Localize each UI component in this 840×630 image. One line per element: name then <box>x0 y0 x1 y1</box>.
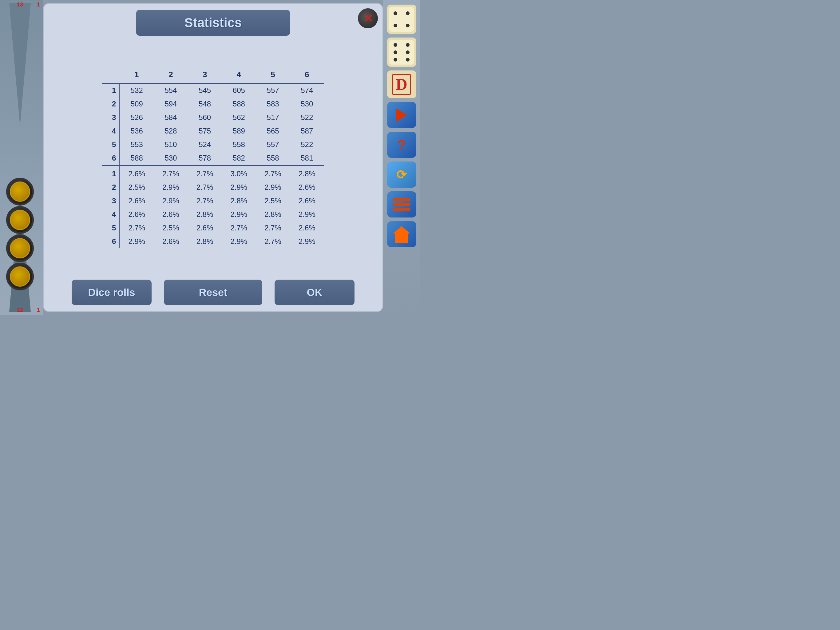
percent-row-1: 1 2.6% 2.7% 2.7% 3.0% 2.7% 2.8% <box>102 165 324 180</box>
cell-2-4: 588 <box>222 97 256 111</box>
dot <box>406 24 409 27</box>
pct-1-2: 2.7% <box>154 165 188 180</box>
pct-1-6: 2.8% <box>290 165 324 180</box>
cell-4-3: 575 <box>188 124 222 138</box>
pct-5-5: 2.7% <box>256 221 290 235</box>
col-header-1: 1 <box>119 67 154 83</box>
cell-3-6: 522 <box>290 111 324 124</box>
pct-2-3: 2.7% <box>188 180 222 194</box>
cell-2-3: 548 <box>188 97 222 111</box>
dot <box>406 11 409 15</box>
percent-row-4: 4 2.6% 2.6% 2.8% 2.9% 2.8% 2.9% <box>102 207 324 221</box>
pct-2-4: 2.9% <box>222 180 256 194</box>
statistics-dialog: ✕ Statistics 1 2 3 4 5 6 1 <box>43 3 383 312</box>
dice-6-button[interactable] <box>387 38 416 67</box>
chip-3 <box>6 234 34 262</box>
dot <box>393 51 397 54</box>
menu-button[interactable] <box>387 192 416 217</box>
cell-6-6: 581 <box>290 151 324 166</box>
pct-2-1: 2.5% <box>119 180 154 194</box>
count-row-2: 2 509 594 548 588 583 530 <box>102 97 324 111</box>
pct-4-1: 2.6% <box>119 207 154 221</box>
pct-3-3: 2.7% <box>188 194 222 207</box>
ok-button[interactable]: OK <box>275 280 355 305</box>
pct-3-5: 2.5% <box>256 194 290 207</box>
pct-6-1: 2.9% <box>119 235 154 248</box>
d-icon-button[interactable]: D <box>387 70 416 98</box>
menu-line-1 <box>393 198 410 201</box>
play-button[interactable] <box>387 102 416 128</box>
cell-1-5: 557 <box>256 83 290 97</box>
pct-1-3: 2.7% <box>188 165 222 180</box>
percent-row-6: 6 2.9% 2.6% 2.8% 2.9% 2.7% 2.9% <box>102 235 324 248</box>
house-body-icon <box>395 233 408 243</box>
cell-4-5: 565 <box>256 124 290 138</box>
house-roof-icon <box>393 226 410 233</box>
pct-1-1: 2.6% <box>119 165 154 180</box>
menu-line-2 <box>393 203 410 206</box>
cell-5-2: 510 <box>154 138 188 151</box>
board-number-top-right: 1 <box>37 2 40 8</box>
col-header-5: 5 <box>256 67 290 83</box>
cell-3-3: 560 <box>188 111 222 124</box>
home-icon <box>393 226 410 243</box>
cell-4-1: 536 <box>119 124 154 138</box>
bottom-buttons: Dice rolls Reset OK <box>50 280 376 305</box>
dot <box>393 43 397 47</box>
reset-button[interactable]: Reset <box>164 280 262 305</box>
pct-5-1: 2.7% <box>119 221 154 235</box>
pct-label-5: 5 <box>102 221 119 235</box>
d-letter-icon: D <box>392 74 411 95</box>
cell-4-2: 528 <box>154 124 188 138</box>
help-button[interactable]: ? <box>387 131 416 158</box>
pct-label-1: 1 <box>102 165 119 180</box>
pct-2-6: 2.6% <box>290 180 324 194</box>
pct-3-6: 2.6% <box>290 194 324 207</box>
pct-4-2: 2.6% <box>154 207 188 221</box>
cell-4-4: 589 <box>222 124 256 138</box>
pct-2-2: 2.9% <box>154 180 188 194</box>
cell-1-1: 532 <box>119 83 154 97</box>
view-button[interactable]: ⟳ <box>387 161 416 188</box>
count-row-6: 6 588 530 578 582 558 581 <box>102 151 324 166</box>
chips-area <box>0 178 40 290</box>
cell-6-2: 530 <box>154 151 188 166</box>
pct-3-2: 2.9% <box>154 194 188 207</box>
pct-label-3: 3 <box>102 194 119 207</box>
home-button[interactable] <box>387 221 416 247</box>
row-label-4: 4 <box>102 124 119 138</box>
pct-label-2: 2 <box>102 180 119 194</box>
cell-3-1: 526 <box>119 111 154 124</box>
dice-rolls-button[interactable]: Dice rolls <box>72 280 152 305</box>
pct-5-3: 2.6% <box>188 221 222 235</box>
cell-6-4: 582 <box>222 151 256 166</box>
pct-label-6: 6 <box>102 235 119 248</box>
pct-4-5: 2.8% <box>256 207 290 221</box>
cell-1-3: 545 <box>188 83 222 97</box>
col-header-3: 3 <box>188 67 222 83</box>
col-header-6: 6 <box>290 67 324 83</box>
pct-1-4: 3.0% <box>222 165 256 180</box>
dot <box>393 24 397 27</box>
right-sidebar: D ? ⟳ <box>383 0 420 315</box>
dialog-title-bar: Statistics <box>136 10 290 36</box>
row-label-6: 6 <box>102 151 119 166</box>
close-button[interactable]: ✕ <box>358 8 378 28</box>
pct-2-5: 2.9% <box>256 180 290 194</box>
dice-4-button[interactable] <box>387 5 416 34</box>
stats-table-area: 1 2 3 4 5 6 1 532 554 545 605 557 574 <box>50 42 376 274</box>
dice-6-face <box>389 40 414 65</box>
close-icon: ✕ <box>363 13 373 24</box>
count-row-3: 3 526 584 560 562 517 522 <box>102 111 324 124</box>
cell-2-5: 583 <box>256 97 290 111</box>
row-label-2: 2 <box>102 97 119 111</box>
row-label-5: 5 <box>102 138 119 151</box>
pct-5-6: 2.6% <box>290 221 324 235</box>
col-header-2: 2 <box>154 67 188 83</box>
dot <box>406 43 409 47</box>
cell-1-6: 574 <box>290 83 324 97</box>
table-header-row: 1 2 3 4 5 6 <box>102 67 324 83</box>
cell-6-1: 588 <box>119 151 154 166</box>
cell-5-1: 553 <box>119 138 154 151</box>
statistics-table: 1 2 3 4 5 6 1 532 554 545 605 557 574 <box>102 67 324 248</box>
